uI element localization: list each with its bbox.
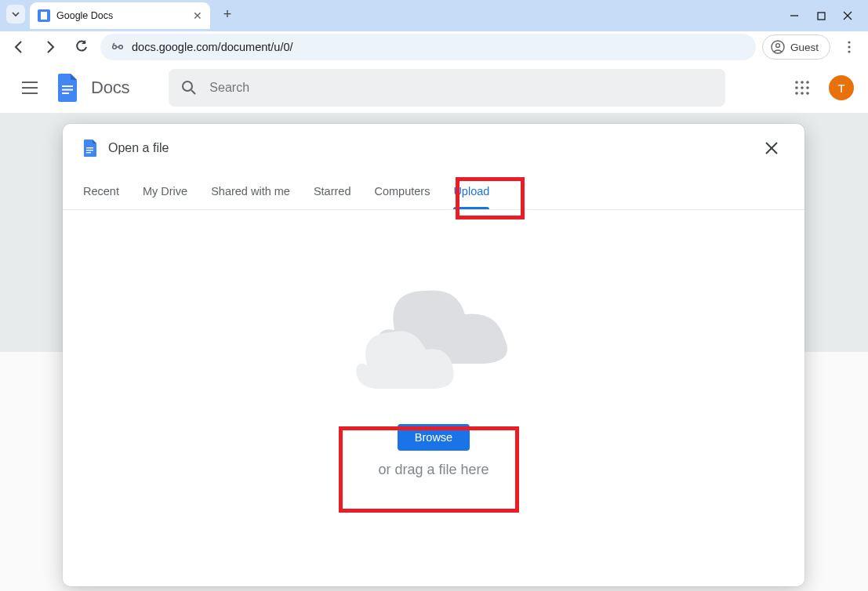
maximize-icon[interactable] bbox=[815, 9, 827, 22]
svg-rect-32 bbox=[86, 152, 91, 153]
docs-header: Docs T bbox=[0, 63, 868, 113]
search-icon bbox=[181, 80, 197, 96]
svg-point-4 bbox=[113, 45, 117, 49]
product-title: Docs bbox=[91, 78, 129, 98]
tab-title: Google Docs bbox=[56, 10, 187, 21]
upload-panel[interactable]: Browse or drag a file here bbox=[63, 210, 804, 586]
dialog-close-button[interactable] bbox=[759, 136, 784, 161]
address-bar[interactable]: docs.google.com/document/u/0/ bbox=[100, 34, 756, 60]
svg-point-23 bbox=[806, 81, 809, 84]
site-info-icon[interactable] bbox=[110, 39, 125, 55]
svg-point-28 bbox=[801, 92, 804, 95]
tab-upload[interactable]: Upload bbox=[453, 172, 489, 209]
svg-point-22 bbox=[801, 81, 804, 84]
docs-body: Open a file Recent My Drive Shared with … bbox=[0, 113, 868, 591]
dialog-tabs: Recent My Drive Shared with me Starred C… bbox=[63, 172, 804, 210]
browse-button[interactable]: Browse bbox=[398, 424, 470, 451]
tab-search-button[interactable] bbox=[6, 5, 25, 24]
guest-icon bbox=[771, 40, 785, 54]
search-bar[interactable] bbox=[169, 69, 725, 107]
drag-hint-text: or drag a file here bbox=[378, 462, 488, 478]
svg-rect-17 bbox=[62, 89, 73, 91]
main-menu-button[interactable] bbox=[14, 72, 45, 103]
svg-line-20 bbox=[191, 90, 195, 94]
window-controls bbox=[788, 9, 868, 31]
file-picker-dialog: Open a file Recent My Drive Shared with … bbox=[63, 124, 804, 586]
window-close-icon[interactable] bbox=[841, 9, 854, 22]
svg-point-11 bbox=[848, 45, 850, 48]
avatar-letter: T bbox=[837, 82, 844, 95]
svg-rect-18 bbox=[62, 92, 69, 94]
tab-strip: Google Docs ✕ + bbox=[0, 0, 238, 31]
tab-my-drive[interactable]: My Drive bbox=[143, 172, 187, 209]
minimize-icon[interactable] bbox=[788, 9, 801, 22]
back-button[interactable] bbox=[6, 34, 31, 60]
docs-file-icon bbox=[83, 140, 97, 157]
svg-point-27 bbox=[795, 92, 798, 95]
browser-toolbar: docs.google.com/document/u/0/ Guest bbox=[0, 31, 868, 63]
svg-point-5 bbox=[119, 45, 123, 49]
dialog-header: Open a file bbox=[63, 124, 804, 172]
reload-button[interactable] bbox=[69, 34, 94, 60]
svg-rect-30 bbox=[86, 147, 93, 148]
browser-menu-button[interactable] bbox=[837, 34, 862, 60]
new-tab-button[interactable]: + bbox=[216, 4, 238, 26]
docs-logo-icon[interactable] bbox=[53, 74, 82, 102]
cloud-illustration bbox=[340, 271, 528, 393]
svg-point-19 bbox=[183, 82, 192, 91]
svg-point-24 bbox=[795, 86, 798, 89]
header-right: T bbox=[786, 72, 854, 103]
tab-recent[interactable]: Recent bbox=[83, 172, 119, 209]
docs-favicon bbox=[38, 9, 50, 22]
guest-label: Guest bbox=[790, 42, 819, 53]
svg-point-25 bbox=[801, 86, 804, 89]
svg-point-26 bbox=[806, 86, 809, 89]
svg-rect-31 bbox=[86, 150, 93, 150]
profile-chip[interactable]: Guest bbox=[762, 34, 830, 60]
svg-point-9 bbox=[776, 44, 780, 48]
svg-line-7 bbox=[113, 43, 114, 45]
tab-starred[interactable]: Starred bbox=[314, 172, 351, 209]
tab-shared-with-me[interactable]: Shared with me bbox=[211, 172, 290, 209]
svg-point-29 bbox=[806, 92, 809, 95]
dialog-title: Open a file bbox=[108, 141, 169, 155]
browser-tab-strip: Google Docs ✕ + bbox=[0, 0, 868, 31]
svg-point-12 bbox=[848, 50, 850, 53]
google-apps-button[interactable] bbox=[786, 72, 818, 103]
svg-point-21 bbox=[795, 81, 798, 84]
tab-close-icon[interactable]: ✕ bbox=[193, 9, 202, 22]
search-input[interactable] bbox=[209, 81, 713, 95]
tab-computers[interactable]: Computers bbox=[374, 172, 430, 209]
browser-tab-active[interactable]: Google Docs ✕ bbox=[30, 2, 210, 29]
svg-point-10 bbox=[848, 41, 850, 43]
forward-button[interactable] bbox=[38, 34, 63, 60]
url-text: docs.google.com/document/u/0/ bbox=[132, 41, 293, 53]
svg-rect-16 bbox=[62, 85, 73, 87]
account-avatar[interactable]: T bbox=[829, 75, 854, 100]
svg-rect-1 bbox=[818, 13, 825, 20]
